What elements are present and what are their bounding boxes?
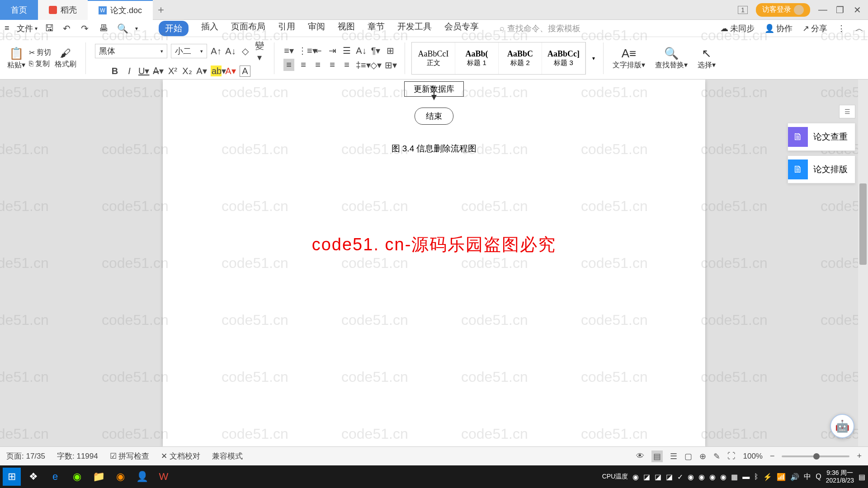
style-h1[interactable]: AaBb(标题 1 [455, 42, 499, 74]
tray-icon-1[interactable]: ◉ [632, 473, 639, 481]
paste-button[interactable]: 📋 粘贴▾ [7, 47, 25, 70]
menu-toggle[interactable]: ≡ [5, 23, 9, 33]
menu-dev-tools[interactable]: 开发工具 [397, 21, 432, 36]
wps-icon[interactable]: W [155, 468, 173, 486]
find-replace-button[interactable]: 🔍 查找替换▾ [652, 37, 690, 80]
volume-icon[interactable]: 🔊 [790, 473, 799, 481]
zoom-level[interactable]: 100% [743, 452, 762, 461]
decrease-indent-icon[interactable]: ⇤ [312, 45, 323, 56]
menu-start[interactable]: 开始 [159, 21, 189, 36]
superscript-button[interactable]: X² [167, 66, 178, 76]
tray-icon-11[interactable]: ▬ [742, 473, 750, 481]
more-menu[interactable]: ⋮ [837, 23, 845, 33]
tray-icon-2[interactable]: ◪ [643, 473, 650, 481]
italic-button[interactable]: I [124, 66, 135, 76]
zoom-fit-icon[interactable]: ⛶ [727, 451, 736, 461]
increase-font-icon[interactable]: A↑ [211, 46, 222, 56]
start-button[interactable]: ⊞ [3, 468, 21, 486]
menu-vip[interactable]: 会员专享 [444, 21, 479, 36]
save-icon[interactable]: 🖫 [45, 23, 56, 33]
subscript-button[interactable]: X₂ [182, 66, 193, 76]
taskbar-clock[interactable]: 9:36 周一 2021/8/23 [826, 469, 854, 484]
page-indicator[interactable]: 页面: 17/35 [6, 451, 45, 461]
paper-layout-button[interactable]: 🗎 论文排版 [788, 155, 855, 183]
browser-icon[interactable]: ◉ [68, 468, 86, 486]
style-normal[interactable]: AaBbCcI正文 [412, 42, 455, 74]
zoom-in-button[interactable]: + [857, 451, 862, 461]
document-area[interactable]: 更新数据库 结束 图 3.4 信息删除流程图 code51. cn-源码乐园盗图… [0, 80, 868, 446]
asian-layout-icon[interactable]: ☰ [341, 45, 352, 56]
number-list-icon[interactable]: ⋮≡▾ [298, 45, 309, 56]
align-right-button[interactable]: ≡ [312, 60, 323, 70]
style-gallery[interactable]: AaBbCcI正文 AaBb(标题 1 AaBbC标题 2 AaBbCc]标题 … [411, 42, 586, 75]
tray-icon-5[interactable]: ✓ [677, 473, 683, 481]
align-justify-button[interactable]: ≡ [327, 60, 338, 70]
sort-icon[interactable]: ¶▾ [370, 45, 381, 56]
print-icon[interactable]: 🖶 [99, 23, 110, 33]
word-count[interactable]: 字数: 11994 [57, 451, 98, 461]
power-icon[interactable]: ⚡ [763, 473, 772, 481]
spell-check-toggle[interactable]: ☑ 拼写检查 [110, 451, 150, 461]
tray-icon-10[interactable]: ▦ [731, 473, 738, 481]
menu-reference[interactable]: 引用 [278, 21, 295, 36]
bullet-list-icon[interactable]: ≡▾ [283, 45, 294, 56]
strikethrough-button[interactable]: A̶▾ [153, 66, 164, 76]
align-center-button[interactable]: ≡ [298, 60, 309, 70]
phonetic-icon[interactable]: 變▾ [254, 40, 265, 63]
underline-button[interactable]: U▾ [138, 66, 149, 76]
explorer-icon[interactable]: 📁 [90, 468, 108, 486]
format-painter[interactable]: 🖌 格式刷 [55, 47, 76, 69]
style-h3[interactable]: AaBbCc]标题 3 [542, 42, 585, 74]
print-preview-icon[interactable]: 🔍 [117, 23, 128, 34]
line-spacing-button[interactable]: ‡≡▾ [356, 60, 367, 70]
vertical-scrollbar[interactable] [858, 80, 868, 446]
menu-insert[interactable]: 插入 [201, 21, 218, 36]
style-h2[interactable]: AaBbC标题 2 [499, 42, 542, 74]
page-view-icon[interactable]: ▤ [651, 450, 663, 462]
decrease-font-icon[interactable]: A↓ [225, 46, 236, 56]
command-search[interactable]: ⌕ 查找命令、搜索模板 [500, 23, 580, 34]
menu-chapter[interactable]: 章节 [368, 21, 385, 36]
action-center-icon[interactable]: ▤ [859, 473, 865, 481]
ie-icon[interactable]: e [46, 468, 64, 486]
web-view-icon[interactable]: ⊕ [699, 451, 706, 461]
select-button[interactable]: ↖ 选择▾ [695, 37, 718, 80]
tab-add[interactable]: + [153, 4, 169, 16]
tray-icon-6[interactable]: ◉ [688, 473, 694, 481]
task-app-2[interactable]: ◉ [111, 468, 129, 486]
window-count-badge[interactable]: 1 [738, 6, 748, 14]
markup-icon[interactable]: ✎ [713, 451, 720, 461]
tray-icon-4[interactable]: ◪ [666, 473, 673, 481]
proof-toggle[interactable]: ✕ 文档校对 [161, 451, 200, 461]
tray-icon-7[interactable]: ◉ [698, 473, 705, 481]
cpu-temp[interactable]: CPU温度 [602, 473, 628, 481]
tray-icon-8[interactable]: ◉ [709, 473, 716, 481]
tray-icon-9[interactable]: ◉ [720, 473, 726, 481]
minimize-button[interactable]: — [818, 5, 827, 15]
task-app-1[interactable]: ❖ [24, 468, 42, 486]
qat-dropdown[interactable]: ▾ [135, 25, 138, 32]
collapse-ribbon[interactable]: ︿ [855, 23, 863, 34]
collab-button[interactable]: 👤协作 [764, 23, 793, 34]
file-menu[interactable]: 文件▾ [17, 23, 38, 34]
shading-button[interactable]: ◇▾ [370, 60, 381, 70]
bluetooth-icon[interactable]: ᛒ [754, 473, 759, 481]
text-direction-icon[interactable]: A↓ [356, 46, 367, 56]
tab-home[interactable]: 首页 [0, 0, 38, 20]
tray-icon-q[interactable]: Q [816, 473, 821, 481]
paper-check-button[interactable]: 🗎 论文查重 [788, 123, 855, 151]
share-button[interactable]: ↗分享 [802, 23, 827, 34]
read-view-icon[interactable]: ▢ [684, 451, 692, 461]
copy-button[interactable]: ⎘复制 [29, 59, 51, 69]
font-select[interactable]: 黑体▾ [95, 44, 167, 58]
wifi-icon[interactable]: 📶 [777, 473, 786, 481]
zoom-slider[interactable] [782, 455, 849, 457]
close-button[interactable]: ✕ [853, 5, 862, 15]
menu-review[interactable]: 审阅 [308, 21, 325, 36]
side-panel-toggle[interactable]: ☰ [839, 105, 855, 118]
highlight-button[interactable]: ab▾ [211, 66, 222, 76]
maximize-button[interactable]: ❐ [835, 5, 844, 15]
ime-icon[interactable]: 中 [804, 472, 811, 482]
redo-icon[interactable]: ↷ [81, 23, 92, 34]
sync-status[interactable]: ☁未同步 [720, 23, 755, 34]
